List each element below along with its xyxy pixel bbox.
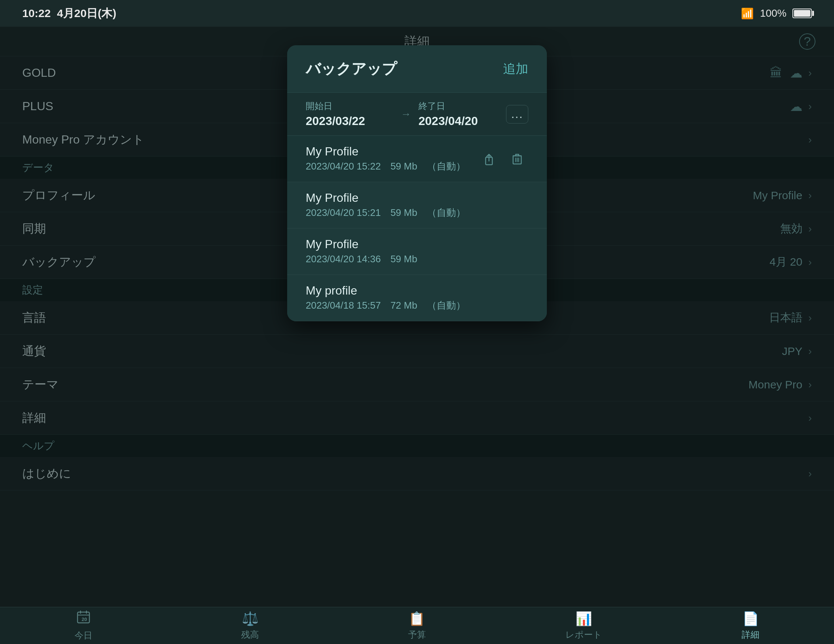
backup-item-2-info: My Profile 2023/04/20 15:21 59 Mb （自動）: [306, 191, 528, 219]
date-range-row: 開始日 2023/03/22 → 終了日 2023/04/20 ...: [287, 92, 547, 136]
modal-add-button[interactable]: 追加: [503, 60, 528, 77]
backup-item-1-info: My Profile 2023/04/20 15:22 59 Mb （自動）: [306, 145, 472, 173]
date-arrow-icon: →: [401, 108, 411, 120]
tab-bar: 20 今日 ⚖️ 残高 📋 予算 📊 レポート 📄 詳細: [0, 607, 834, 644]
backup-modal-overlay[interactable]: バックアップ 追加 開始日 2023/03/22 → 終了日 2023/04/2…: [0, 27, 834, 607]
backup-item-2-name: My Profile: [306, 191, 528, 205]
status-time: 10:22 4月20日(木): [22, 6, 116, 21]
tab-report-icon: 📊: [575, 611, 592, 626]
backup-item-1-name: My Profile: [306, 145, 472, 158]
tab-today[interactable]: 20 今日: [54, 610, 113, 641]
end-date-field: 終了日 2023/04/20: [419, 100, 506, 128]
date-more-button[interactable]: ...: [506, 105, 528, 124]
backup-item-3[interactable]: My Profile 2023/04/20 14:36 59 Mb: [287, 229, 547, 275]
tab-budget[interactable]: 📋 予算: [387, 611, 447, 641]
tab-budget-label: 予算: [408, 629, 426, 641]
backup-share-button-1[interactable]: [478, 148, 500, 170]
battery-icon: [792, 8, 812, 18]
backup-item-2-meta: 2023/04/20 15:21 59 Mb （自動）: [306, 206, 528, 219]
tab-budget-icon: 📋: [409, 611, 425, 626]
tab-balance[interactable]: ⚖️ 残高: [220, 611, 280, 641]
start-date-field: 開始日 2023/03/22: [306, 100, 393, 128]
tab-report[interactable]: 📊 レポート: [554, 611, 614, 641]
start-date-value: 2023/03/22: [306, 114, 393, 128]
status-bar: 10:22 4月20日(木) 📶 100%: [0, 0, 834, 27]
backup-item-4-meta: 2023/04/18 15:57 72 Mb （自動）: [306, 299, 528, 312]
modal-title: バックアップ: [306, 59, 397, 79]
backup-item-1[interactable]: My Profile 2023/04/20 15:22 59 Mb （自動）: [287, 136, 547, 182]
status-right: 📶 100%: [741, 7, 812, 20]
wifi-icon: 📶: [741, 7, 754, 20]
backup-item-3-info: My Profile 2023/04/20 14:36 59 Mb: [306, 237, 528, 266]
battery-percent: 100%: [760, 7, 787, 19]
backup-item-4[interactable]: My profile 2023/04/18 15:57 72 Mb （自動）: [287, 275, 547, 321]
backup-item-4-info: My profile 2023/04/18 15:57 72 Mb （自動）: [306, 284, 528, 312]
tab-today-label: 今日: [74, 629, 92, 641]
modal-header: バックアップ 追加: [287, 45, 547, 92]
tab-report-label: レポート: [566, 629, 602, 641]
end-date-value: 2023/04/20: [419, 114, 506, 128]
tab-detail-label: 詳細: [742, 629, 760, 641]
backup-item-3-meta: 2023/04/20 14:36 59 Mb: [306, 253, 528, 266]
svg-text:20: 20: [82, 617, 87, 622]
backup-item-1-meta: 2023/04/20 15:22 59 Mb （自動）: [306, 160, 472, 173]
tab-balance-label: 残高: [241, 629, 259, 641]
backup-modal: バックアップ 追加 開始日 2023/03/22 → 終了日 2023/04/2…: [287, 45, 547, 321]
backup-delete-button-1[interactable]: [506, 148, 528, 170]
backup-item-4-name: My profile: [306, 284, 528, 297]
end-date-label: 終了日: [419, 100, 506, 112]
backup-item-3-name: My Profile: [306, 237, 528, 251]
tab-detail-icon: 📄: [742, 611, 759, 626]
start-date-label: 開始日: [306, 100, 393, 112]
tab-balance-icon: ⚖️: [242, 611, 259, 626]
tab-today-icon: 20: [76, 610, 91, 627]
tab-detail[interactable]: 📄 詳細: [721, 611, 780, 641]
backup-item-2[interactable]: My Profile 2023/04/20 15:21 59 Mb （自動）: [287, 182, 547, 229]
